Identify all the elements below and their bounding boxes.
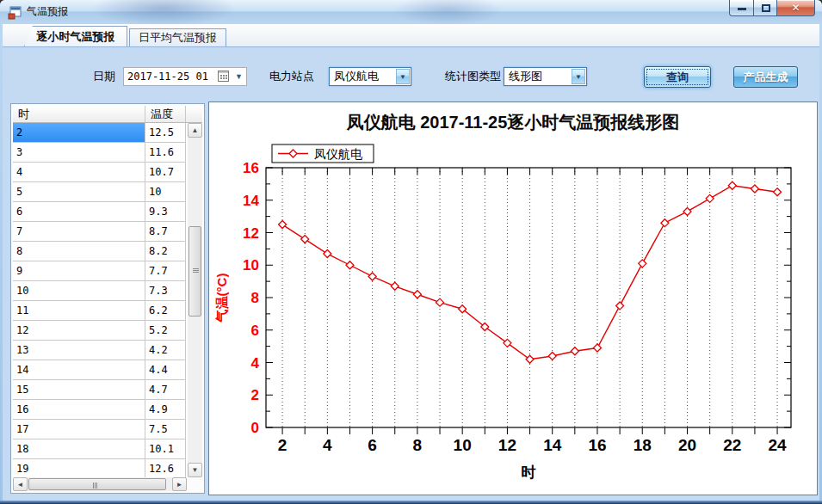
maximize-button[interactable] bbox=[753, 0, 777, 16]
svg-text:16: 16 bbox=[243, 160, 259, 176]
temp-cell[interactable]: 12.5 bbox=[145, 123, 186, 143]
table-row: 1810.1 bbox=[13, 439, 187, 459]
temp-cell[interactable]: 4.9 bbox=[145, 400, 186, 420]
hour-cell[interactable]: 9 bbox=[13, 261, 145, 281]
svg-text:0: 0 bbox=[251, 420, 259, 436]
table-row: 410.7 bbox=[13, 163, 187, 182]
window-bottom-border bbox=[0, 501, 822, 504]
chart-type-label: 统计图类型 bbox=[445, 67, 501, 86]
table-row: 78.7 bbox=[13, 222, 187, 242]
hour-cell[interactable]: 2 bbox=[13, 123, 145, 143]
temp-cell[interactable]: 6.2 bbox=[145, 301, 186, 321]
close-button[interactable]: ✕ bbox=[776, 0, 815, 16]
hour-cell[interactable]: 6 bbox=[13, 202, 145, 222]
date-dropdown-icon[interactable]: ▼ bbox=[235, 68, 243, 87]
svg-text:时: 时 bbox=[522, 464, 536, 481]
scroll-left-icon[interactable]: ◄ bbox=[13, 477, 28, 491]
hour-cell[interactable]: 14 bbox=[13, 360, 145, 380]
calendar-icon[interactable] bbox=[218, 71, 229, 82]
hour-cell[interactable]: 19 bbox=[13, 459, 145, 477]
hour-cell[interactable]: 17 bbox=[13, 420, 145, 439]
date-picker[interactable]: 2017-11-25 01 ▼ bbox=[123, 67, 247, 86]
table-row: 1912.6 bbox=[13, 459, 187, 477]
hour-cell[interactable]: 3 bbox=[13, 143, 145, 163]
hour-cell[interactable]: 13 bbox=[13, 341, 145, 360]
minimize-button[interactable] bbox=[729, 0, 754, 16]
temp-cell[interactable]: 12.6 bbox=[145, 459, 186, 477]
svg-text:气温(°C): 气温(°C) bbox=[214, 274, 229, 323]
maximize-icon bbox=[762, 4, 770, 12]
svg-text:22: 22 bbox=[723, 436, 741, 454]
svg-text:10: 10 bbox=[454, 436, 472, 454]
hour-cell[interactable]: 5 bbox=[13, 182, 145, 202]
temp-cell[interactable]: 9.3 bbox=[145, 202, 186, 222]
vertical-scrollbar[interactable]: ▲ ▼ bbox=[188, 123, 202, 477]
tab-strip: 逐小时气温预报 日平均气温预报 bbox=[3, 24, 819, 47]
temp-cell[interactable]: 8.7 bbox=[145, 222, 186, 242]
svg-text:凤仪航电: 凤仪航电 bbox=[314, 147, 362, 161]
temp-cell[interactable]: 10.7 bbox=[145, 163, 186, 182]
hour-column-header[interactable]: 时 bbox=[13, 106, 145, 122]
tab-daily-forecast[interactable]: 日平均气温预报 bbox=[129, 28, 226, 46]
app-icon bbox=[8, 6, 22, 20]
temp-cell[interactable]: 5.2 bbox=[145, 321, 186, 341]
temp-cell[interactable]: 4.2 bbox=[145, 341, 186, 360]
temp-cell[interactable]: 10 bbox=[145, 182, 186, 202]
temp-cell[interactable]: 11.6 bbox=[145, 143, 186, 163]
chart-type-select[interactable]: 线形图 ▼ bbox=[504, 67, 587, 86]
temperature-table: 时 温度 212.5311.6410.751069.378.788.297.71… bbox=[10, 103, 205, 494]
svg-text:12: 12 bbox=[498, 436, 516, 454]
tab-page: 日期 2017-11-25 01 ▼ 电力站点 凤仪航电 ▼ 统计图类型 线形图… bbox=[3, 47, 819, 501]
scroll-up-icon[interactable]: ▲ bbox=[188, 123, 202, 138]
hour-cell[interactable]: 15 bbox=[13, 380, 145, 400]
svg-text:6: 6 bbox=[251, 323, 259, 339]
scroll-right-icon[interactable]: ► bbox=[172, 477, 187, 491]
horizontal-scroll-thumb[interactable] bbox=[28, 478, 166, 490]
temp-cell[interactable]: 7.7 bbox=[145, 261, 186, 281]
table-row: 116.2 bbox=[13, 301, 187, 321]
svg-text:24: 24 bbox=[768, 436, 787, 454]
query-button[interactable]: 查询 bbox=[644, 66, 711, 88]
title-bar[interactable]: 气温预报 ✕ bbox=[0, 0, 822, 24]
table-row: 125.2 bbox=[13, 321, 187, 341]
station-select[interactable]: 凤仪航电 ▼ bbox=[329, 67, 411, 86]
chart-type-dropdown-icon[interactable]: ▼ bbox=[572, 69, 585, 84]
vertical-scroll-thumb[interactable] bbox=[189, 226, 201, 317]
temp-cell[interactable]: 10.1 bbox=[145, 439, 186, 459]
hour-cell[interactable]: 12 bbox=[13, 321, 145, 341]
temp-cell[interactable]: 4.7 bbox=[145, 380, 186, 400]
svg-text:10: 10 bbox=[243, 257, 259, 274]
hour-cell[interactable]: 18 bbox=[13, 439, 145, 459]
station-dropdown-icon[interactable]: ▼ bbox=[396, 69, 410, 84]
temp-cell[interactable]: 7.3 bbox=[145, 281, 186, 301]
chart-type-value: 线形图 bbox=[509, 68, 542, 85]
svg-text:12: 12 bbox=[243, 225, 259, 242]
hour-cell[interactable]: 11 bbox=[13, 301, 145, 321]
hour-cell[interactable]: 16 bbox=[13, 400, 145, 420]
station-label: 电力站点 bbox=[269, 67, 314, 86]
table-row: 144.4 bbox=[13, 360, 187, 380]
tab-hourly-forecast[interactable]: 逐小时气温预报 bbox=[24, 26, 127, 46]
temp-cell[interactable]: 8.2 bbox=[145, 242, 186, 261]
temp-column-header[interactable]: 温度 bbox=[145, 106, 186, 122]
scroll-down-icon[interactable]: ▼ bbox=[188, 463, 202, 477]
svg-text:14: 14 bbox=[243, 193, 259, 209]
temp-cell[interactable]: 4.4 bbox=[145, 360, 186, 380]
date-value: 2017-11-25 01 bbox=[127, 68, 208, 85]
svg-text:6: 6 bbox=[368, 436, 377, 454]
table-row: 154.7 bbox=[13, 380, 187, 400]
table-row: 311.6 bbox=[13, 143, 187, 163]
hour-cell[interactable]: 7 bbox=[13, 222, 145, 242]
close-icon: ✕ bbox=[791, 2, 800, 14]
svg-text:8: 8 bbox=[251, 290, 259, 306]
hour-cell[interactable]: 10 bbox=[13, 281, 145, 301]
hour-cell[interactable]: 4 bbox=[13, 163, 145, 182]
product-generate-button[interactable]: 产品生成 bbox=[733, 66, 798, 88]
horizontal-scrollbar[interactable]: ◄ ► bbox=[13, 477, 187, 491]
hour-cell[interactable]: 8 bbox=[13, 242, 145, 261]
table-row: 510 bbox=[13, 182, 187, 202]
temp-cell[interactable]: 7.5 bbox=[145, 420, 186, 439]
table-row: 212.5 bbox=[13, 123, 187, 143]
window-title: 气温预报 bbox=[27, 0, 68, 23]
svg-text:8: 8 bbox=[413, 436, 423, 454]
